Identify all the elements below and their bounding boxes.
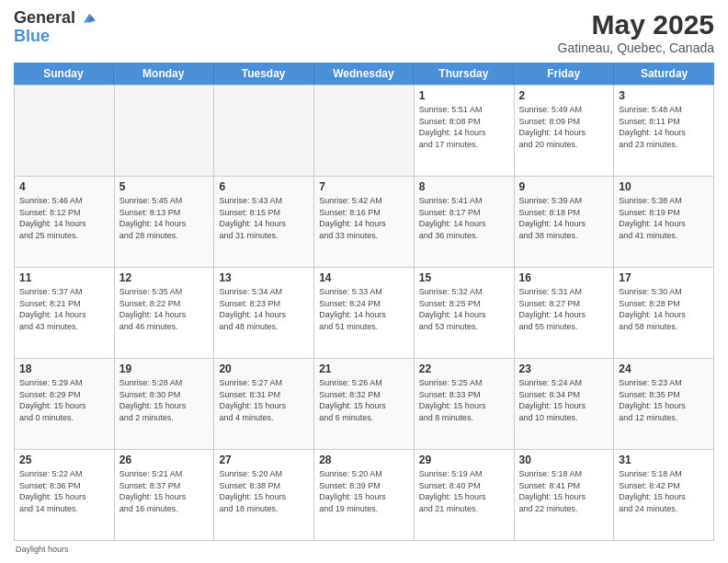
day-info: Sunrise: 5:42 AM Sunset: 8:16 PM Dayligh… <box>319 195 409 241</box>
day-number: 7 <box>319 180 409 193</box>
calendar-cell: 21Sunrise: 5:26 AM Sunset: 8:32 PM Dayli… <box>314 359 415 450</box>
logo-icon <box>77 9 96 28</box>
day-header-saturday: Saturday <box>614 63 714 85</box>
calendar-cell: 24Sunrise: 5:23 AM Sunset: 8:35 PM Dayli… <box>614 359 714 450</box>
day-number: 13 <box>219 271 309 284</box>
logo: General Blue <box>14 9 96 44</box>
calendar-cell: 20Sunrise: 5:27 AM Sunset: 8:31 PM Dayli… <box>214 359 314 450</box>
day-number: 2 <box>519 89 609 102</box>
calendar-cell: 26Sunrise: 5:21 AM Sunset: 8:37 PM Dayli… <box>115 450 215 541</box>
calendar-cell <box>314 86 415 177</box>
footer-text: Daylight hours <box>16 545 69 554</box>
day-info: Sunrise: 5:25 AM Sunset: 8:33 PM Dayligh… <box>419 377 509 423</box>
calendar-cell: 30Sunrise: 5:18 AM Sunset: 8:41 PM Dayli… <box>515 450 615 541</box>
title-area: May 2025 Gatineau, Quebec, Canada <box>558 9 714 55</box>
day-number: 4 <box>19 180 109 193</box>
day-number: 9 <box>519 180 609 193</box>
day-info: Sunrise: 5:26 AM Sunset: 8:32 PM Dayligh… <box>319 377 409 423</box>
calendar-row: 11Sunrise: 5:37 AM Sunset: 8:21 PM Dayli… <box>15 268 714 359</box>
calendar-cell: 5Sunrise: 5:45 AM Sunset: 8:13 PM Daylig… <box>115 177 215 268</box>
day-number: 22 <box>419 362 509 375</box>
day-info: Sunrise: 5:33 AM Sunset: 8:24 PM Dayligh… <box>319 286 409 332</box>
day-info: Sunrise: 5:31 AM Sunset: 8:27 PM Dayligh… <box>519 286 609 332</box>
calendar-cell: 3Sunrise: 5:48 AM Sunset: 8:11 PM Daylig… <box>614 86 714 177</box>
day-number: 16 <box>519 271 609 284</box>
day-number: 15 <box>419 271 509 284</box>
calendar: SundayMondayTuesdayWednesdayThursdayFrid… <box>14 63 714 541</box>
day-number: 28 <box>319 454 409 466</box>
logo-text: General <box>14 9 75 28</box>
calendar-cell: 9Sunrise: 5:39 AM Sunset: 8:18 PM Daylig… <box>515 177 615 268</box>
day-number: 27 <box>219 454 309 466</box>
day-info: Sunrise: 5:32 AM Sunset: 8:25 PM Dayligh… <box>419 286 509 332</box>
day-number: 17 <box>619 271 709 284</box>
day-info: Sunrise: 5:39 AM Sunset: 8:18 PM Dayligh… <box>519 195 609 241</box>
calendar-cell: 18Sunrise: 5:29 AM Sunset: 8:29 PM Dayli… <box>15 359 115 450</box>
day-header-friday: Friday <box>514 63 614 85</box>
calendar-cell: 2Sunrise: 5:49 AM Sunset: 8:09 PM Daylig… <box>515 86 615 177</box>
calendar-cell: 7Sunrise: 5:42 AM Sunset: 8:16 PM Daylig… <box>314 177 415 268</box>
calendar-cell <box>15 86 115 177</box>
day-number: 14 <box>319 271 409 284</box>
calendar-cell: 4Sunrise: 5:46 AM Sunset: 8:12 PM Daylig… <box>15 177 115 268</box>
day-number: 10 <box>619 180 709 193</box>
day-number: 12 <box>119 271 210 284</box>
calendar-cell: 28Sunrise: 5:20 AM Sunset: 8:39 PM Dayli… <box>314 450 415 541</box>
day-info: Sunrise: 5:27 AM Sunset: 8:31 PM Dayligh… <box>219 377 309 423</box>
day-number: 5 <box>119 180 210 193</box>
day-header-sunday: Sunday <box>14 63 114 85</box>
main-title: May 2025 <box>558 9 714 40</box>
day-info: Sunrise: 5:20 AM Sunset: 8:38 PM Dayligh… <box>219 468 309 514</box>
day-info: Sunrise: 5:49 AM Sunset: 8:09 PM Dayligh… <box>519 104 609 150</box>
day-info: Sunrise: 5:38 AM Sunset: 8:19 PM Dayligh… <box>619 195 709 241</box>
day-info: Sunrise: 5:19 AM Sunset: 8:40 PM Dayligh… <box>419 468 509 514</box>
day-number: 25 <box>19 454 109 466</box>
day-number: 31 <box>619 454 709 466</box>
calendar-cell: 27Sunrise: 5:20 AM Sunset: 8:38 PM Dayli… <box>214 450 314 541</box>
day-info: Sunrise: 5:23 AM Sunset: 8:35 PM Dayligh… <box>619 377 709 423</box>
day-number: 24 <box>619 362 709 375</box>
calendar-cell: 17Sunrise: 5:30 AM Sunset: 8:28 PM Dayli… <box>614 268 714 359</box>
calendar-cell: 25Sunrise: 5:22 AM Sunset: 8:36 PM Dayli… <box>15 450 115 541</box>
calendar-cell: 19Sunrise: 5:28 AM Sunset: 8:30 PM Dayli… <box>115 359 215 450</box>
calendar-cell: 1Sunrise: 5:51 AM Sunset: 8:08 PM Daylig… <box>415 86 515 177</box>
day-info: Sunrise: 5:51 AM Sunset: 8:08 PM Dayligh… <box>419 104 509 150</box>
calendar-row: 1Sunrise: 5:51 AM Sunset: 8:08 PM Daylig… <box>15 86 714 177</box>
day-number: 11 <box>19 271 109 284</box>
calendar-header: SundayMondayTuesdayWednesdayThursdayFrid… <box>14 63 714 85</box>
calendar-cell: 13Sunrise: 5:34 AM Sunset: 8:23 PM Dayli… <box>214 268 314 359</box>
day-header-thursday: Thursday <box>414 63 514 85</box>
calendar-cell: 31Sunrise: 5:18 AM Sunset: 8:42 PM Dayli… <box>614 450 714 541</box>
calendar-cell: 8Sunrise: 5:41 AM Sunset: 8:17 PM Daylig… <box>415 177 515 268</box>
calendar-row: 4Sunrise: 5:46 AM Sunset: 8:12 PM Daylig… <box>15 177 714 268</box>
day-header-monday: Monday <box>114 63 214 85</box>
day-number: 23 <box>519 362 609 375</box>
day-number: 20 <box>219 362 309 375</box>
day-number: 26 <box>119 454 210 466</box>
calendar-cell <box>214 86 314 177</box>
day-info: Sunrise: 5:37 AM Sunset: 8:21 PM Dayligh… <box>19 286 109 332</box>
day-info: Sunrise: 5:28 AM Sunset: 8:30 PM Dayligh… <box>119 377 210 423</box>
footer-note: Daylight hours <box>14 545 714 554</box>
day-info: Sunrise: 5:43 AM Sunset: 8:15 PM Dayligh… <box>219 195 309 241</box>
day-info: Sunrise: 5:22 AM Sunset: 8:36 PM Dayligh… <box>19 468 109 514</box>
day-info: Sunrise: 5:34 AM Sunset: 8:23 PM Dayligh… <box>219 286 309 332</box>
calendar-row: 25Sunrise: 5:22 AM Sunset: 8:36 PM Dayli… <box>15 450 714 541</box>
calendar-row: 18Sunrise: 5:29 AM Sunset: 8:29 PM Dayli… <box>15 359 714 450</box>
calendar-cell: 29Sunrise: 5:19 AM Sunset: 8:40 PM Dayli… <box>415 450 515 541</box>
calendar-cell: 16Sunrise: 5:31 AM Sunset: 8:27 PM Dayli… <box>515 268 615 359</box>
day-number: 30 <box>519 454 609 466</box>
header: General Blue May 2025 Gatineau, Quebec, … <box>14 9 714 55</box>
calendar-cell: 15Sunrise: 5:32 AM Sunset: 8:25 PM Dayli… <box>415 268 515 359</box>
calendar-cell: 22Sunrise: 5:25 AM Sunset: 8:33 PM Dayli… <box>415 359 515 450</box>
day-info: Sunrise: 5:30 AM Sunset: 8:28 PM Dayligh… <box>619 286 709 332</box>
day-number: 1 <box>419 89 509 102</box>
day-info: Sunrise: 5:18 AM Sunset: 8:42 PM Dayligh… <box>619 468 709 514</box>
page: General Blue May 2025 Gatineau, Quebec, … <box>0 0 728 563</box>
calendar-cell <box>115 86 215 177</box>
day-info: Sunrise: 5:45 AM Sunset: 8:13 PM Dayligh… <box>119 195 210 241</box>
day-number: 6 <box>219 180 309 193</box>
day-number: 19 <box>119 362 210 375</box>
calendar-cell: 12Sunrise: 5:35 AM Sunset: 8:22 PM Dayli… <box>115 268 215 359</box>
day-info: Sunrise: 5:46 AM Sunset: 8:12 PM Dayligh… <box>19 195 109 241</box>
